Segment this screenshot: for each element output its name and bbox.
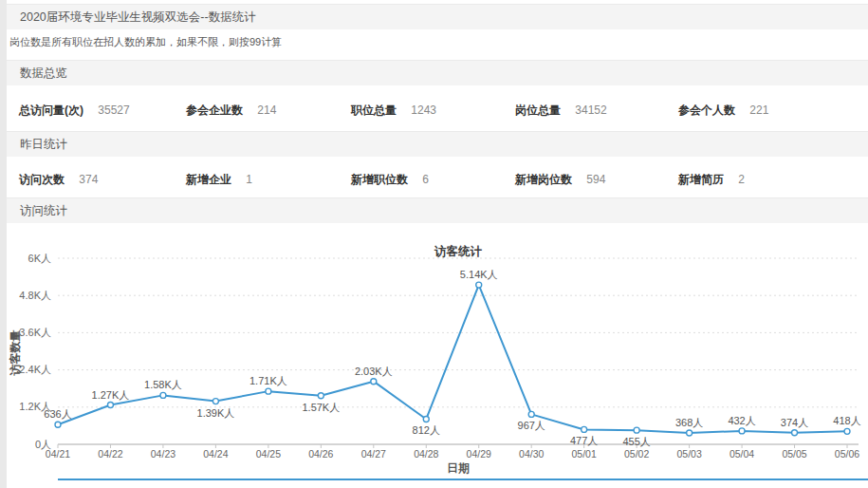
stat-value: 594 — [586, 173, 605, 186]
svg-text:4.8K人: 4.8K人 — [19, 290, 51, 301]
svg-text:368人: 368人 — [675, 417, 703, 428]
stat-label: 参会个人数 — [678, 103, 735, 117]
svg-text:05/03: 05/03 — [676, 448, 701, 460]
stat-label: 总访问量(次) — [19, 103, 83, 117]
page-header-bar: 2020届环境专业毕业生视频双选会--数据统计 — [7, 4, 868, 29]
svg-text:04/26: 04/26 — [308, 448, 333, 460]
stat-individuals: 参会个人数 221 — [666, 103, 868, 119]
stat-new-jobs: 新增岗位数 594 — [503, 172, 666, 188]
stat-label: 新增简历 — [678, 173, 724, 186]
svg-text:455人: 455人 — [622, 436, 650, 447]
section-title-visits: 访问统计 — [20, 204, 67, 217]
section-header-visits: 访问统计 — [7, 197, 868, 223]
stat-visit-count: 访问次数 374 — [7, 172, 174, 188]
svg-text:1.57K人: 1.57K人 — [302, 402, 340, 413]
svg-text:374人: 374人 — [781, 417, 808, 428]
stat-value: 214 — [257, 103, 276, 117]
svg-text:432人: 432人 — [728, 415, 755, 426]
page-title: 2020届环境专业毕业生视频双选会--数据统计 — [20, 10, 256, 24]
svg-text:2.4K人: 2.4K人 — [19, 364, 51, 375]
stat-value: 221 — [749, 103, 768, 117]
svg-text:04/23: 04/23 — [151, 448, 175, 460]
stat-new-resumes: 新增简历 2 — [666, 172, 868, 188]
stat-value: 1 — [246, 173, 252, 186]
svg-text:3.6K人: 3.6K人 — [19, 327, 51, 338]
chart-title: 访客统计 — [58, 244, 859, 260]
stat-value: 35527 — [98, 103, 129, 117]
svg-text:04/21: 04/21 — [46, 448, 70, 460]
stat-value: 34152 — [575, 103, 606, 117]
svg-text:05/06: 05/06 — [835, 448, 859, 460]
svg-text:04/27: 04/27 — [361, 448, 386, 460]
stat-label: 新增企业 — [186, 173, 231, 186]
yesterday-stats-row: 访问次数 374 新增企业 1 新增职位数 6 新增岗位数 594 新增简历 2 — [7, 172, 868, 188]
stat-label: 访问次数 — [19, 173, 65, 186]
svg-text:6K人: 6K人 — [28, 253, 51, 264]
svg-text:04/30: 04/30 — [519, 448, 544, 460]
stat-new-positions: 新增职位数 6 — [339, 172, 503, 188]
section-title-overview: 数据总览 — [20, 66, 67, 80]
section-header-yesterday: 昨日统计 — [7, 131, 868, 157]
svg-text:05/04: 05/04 — [729, 448, 754, 460]
svg-text:04/22: 04/22 — [98, 448, 122, 460]
chart-x-axis-title: 日期 — [58, 460, 859, 477]
svg-text:1.58K人: 1.58K人 — [144, 379, 182, 390]
svg-text:04/25: 04/25 — [256, 448, 281, 460]
svg-text:1.71K人: 1.71K人 — [249, 375, 287, 386]
svg-text:04/29: 04/29 — [467, 448, 491, 460]
svg-text:05/05: 05/05 — [782, 448, 806, 460]
svg-text:04/24: 04/24 — [203, 448, 228, 460]
svg-text:04/28: 04/28 — [414, 448, 438, 460]
svg-text:967人: 967人 — [518, 420, 545, 431]
chart-y-axis-title: 访客数量 — [8, 323, 24, 384]
svg-text:812人: 812人 — [413, 424, 440, 436]
stat-value: 6 — [422, 173, 429, 186]
section-title-yesterday: 昨日统计 — [20, 138, 67, 151]
stat-label: 新增岗位数 — [515, 173, 572, 186]
stat-total-jobs: 岗位总量 34152 — [503, 103, 666, 119]
stat-companies: 参会企业数 214 — [174, 103, 339, 119]
svg-text:418人: 418人 — [833, 415, 860, 426]
stat-label: 职位总量 — [351, 103, 397, 117]
svg-text:5.14K人: 5.14K人 — [460, 269, 498, 280]
stat-label: 新增职位数 — [351, 173, 408, 186]
visitor-line-chart-canvas[interactable]: 0人1.2K人2.4K人3.6K人4.8K人6K人04/2104/2204/23… — [0, 233, 868, 479]
stat-total-visits: 总访问量(次) 35527 — [7, 103, 174, 119]
stat-value: 2 — [738, 173, 745, 186]
svg-text:2.03K人: 2.03K人 — [355, 366, 393, 377]
svg-text:477人: 477人 — [570, 435, 598, 446]
note-text: 岗位数是所有职位在招人数的累加，如果不限，则按99计算 — [9, 35, 282, 49]
stat-value: 1243 — [411, 103, 436, 117]
stat-value: 374 — [79, 173, 98, 186]
stat-label: 岗位总量 — [515, 103, 561, 117]
svg-text:636人: 636人 — [44, 408, 71, 420]
svg-text:1.27K人: 1.27K人 — [92, 389, 130, 401]
visitor-line-chart[interactable]: 0人1.2K人2.4K人3.6K人4.8K人6K人04/2104/2204/23… — [0, 233, 868, 479]
svg-text:05/02: 05/02 — [624, 448, 649, 460]
stat-label: 参会企业数 — [186, 103, 243, 117]
svg-text:05/01: 05/01 — [572, 448, 597, 460]
bottom-divider-line — [58, 479, 868, 480]
stat-total-positions: 职位总量 1243 — [339, 103, 503, 119]
stat-new-companies: 新增企业 1 — [174, 172, 339, 188]
svg-text:1.39K人: 1.39K人 — [197, 407, 235, 419]
overview-stats-row: 总访问量(次) 35527 参会企业数 214 职位总量 1243 岗位总量 3… — [7, 103, 868, 119]
section-header-overview: 数据总览 — [7, 60, 868, 85]
